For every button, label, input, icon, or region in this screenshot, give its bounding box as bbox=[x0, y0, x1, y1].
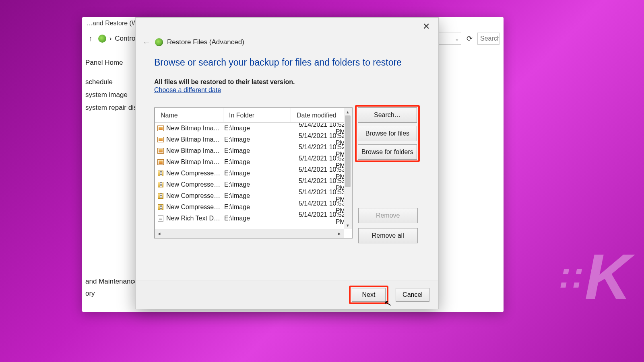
search-button[interactable]: Search… bbox=[358, 107, 417, 123]
col-name[interactable]: Name bbox=[155, 108, 223, 122]
search-placeholder: Search bbox=[480, 35, 500, 42]
dialog-title: Restore Files (Advanced) bbox=[167, 38, 244, 46]
breadcrumb-sep: › bbox=[109, 35, 111, 42]
list-header: Name In Folder Date modified bbox=[155, 108, 352, 123]
nav-up-icon[interactable]: ↑ bbox=[86, 35, 95, 43]
file-name: New Bitmap Ima… bbox=[166, 125, 223, 132]
file-type-icon bbox=[155, 148, 166, 154]
dialog-heading: Browse or search your backup for files a… bbox=[154, 57, 420, 68]
file-type-icon bbox=[155, 125, 166, 131]
file-folder: E:\Image bbox=[223, 170, 291, 177]
remove-all-button[interactable]: Remove all bbox=[358, 228, 418, 243]
file-folder: E:\Image bbox=[223, 125, 291, 132]
col-date[interactable]: Date modified bbox=[291, 108, 352, 122]
horizontal-scrollbar[interactable]: ◂ ▸ bbox=[155, 229, 344, 238]
scroll-left-icon[interactable]: ◂ bbox=[155, 230, 163, 237]
choose-date-link[interactable]: Choose a different date bbox=[154, 86, 221, 94]
dialog-titlebar: ✕ bbox=[136, 18, 438, 35]
file-date: 5/14/2021 10:52 PM bbox=[291, 211, 352, 226]
file-name: New Bitmap Ima… bbox=[166, 158, 223, 166]
version-note: All files will be restored to their late… bbox=[154, 78, 420, 86]
file-folder: E:\Image bbox=[223, 136, 291, 143]
file-folder: E:\Image bbox=[223, 215, 291, 222]
file-type-icon bbox=[155, 137, 166, 142]
file-folder: E:\Image bbox=[223, 158, 291, 166]
browse-files-button[interactable]: Browse for files bbox=[358, 126, 417, 141]
list-item[interactable]: New Rich Text D…E:\Image5/14/2021 10:52 … bbox=[155, 213, 352, 224]
next-button-highlight: Next bbox=[349, 286, 388, 304]
scroll-up-icon[interactable]: ▴ bbox=[344, 108, 352, 115]
file-name: New Bitmap Ima… bbox=[166, 136, 223, 143]
scroll-down-icon[interactable]: ▾ bbox=[344, 222, 352, 229]
search-box[interactable]: Search bbox=[477, 33, 500, 45]
file-type-icon bbox=[155, 193, 166, 199]
sidebar-item[interactable]: ory bbox=[85, 290, 138, 298]
scroll-thumb[interactable] bbox=[345, 115, 351, 187]
file-name: New Compresse… bbox=[166, 170, 223, 177]
file-name: New Rich Text D… bbox=[166, 215, 223, 222]
file-folder: E:\Image bbox=[223, 204, 291, 211]
sidebar-item[interactable]: schedule bbox=[85, 78, 135, 86]
file-name: New Compresse… bbox=[166, 192, 223, 200]
file-type-icon bbox=[155, 182, 166, 187]
dialog-footer: Next Cancel bbox=[136, 280, 438, 309]
file-folder: E:\Image bbox=[223, 181, 291, 188]
refresh-icon[interactable]: ⟳ bbox=[464, 34, 474, 43]
close-button[interactable]: ✕ bbox=[417, 20, 435, 33]
watermark-logo: ::K bbox=[559, 240, 628, 314]
cancel-button[interactable]: Cancel bbox=[396, 288, 429, 302]
file-name: New Compresse… bbox=[166, 204, 223, 211]
vertical-scrollbar[interactable]: ▴ ▾ bbox=[344, 108, 352, 229]
sidebar-item[interactable]: system image bbox=[85, 91, 135, 99]
browse-button-group-highlight: Search… Browse for files Browse for fold… bbox=[355, 105, 420, 162]
file-name: New Bitmap Ima… bbox=[166, 147, 223, 154]
col-folder[interactable]: In Folder bbox=[223, 108, 291, 122]
sidebar-item[interactable]: and Maintenance bbox=[85, 278, 138, 286]
file-type-icon bbox=[155, 159, 166, 165]
sidebar-home[interactable]: Panel Home bbox=[85, 59, 135, 67]
file-type-icon bbox=[155, 215, 166, 222]
file-name: New Compresse… bbox=[166, 181, 223, 188]
restore-files-dialog: ✕ ← Restore Files (Advanced) Browse or s… bbox=[135, 17, 439, 309]
restore-icon bbox=[155, 38, 163, 46]
dialog-header: ← Restore Files (Advanced) bbox=[136, 35, 438, 52]
recycle-icon bbox=[98, 35, 106, 43]
back-icon[interactable]: ← bbox=[142, 38, 151, 47]
file-list[interactable]: Name In Folder Date modified New Bitmap … bbox=[154, 107, 353, 239]
remove-button[interactable]: Remove bbox=[358, 208, 418, 223]
file-folder: E:\Image bbox=[223, 147, 291, 154]
sidebar-item[interactable]: system repair disc bbox=[85, 104, 135, 112]
scroll-right-icon[interactable]: ▸ bbox=[336, 230, 344, 237]
next-button[interactable]: Next bbox=[352, 288, 386, 302]
file-type-icon bbox=[155, 171, 166, 176]
browse-folders-button[interactable]: Browse for folders bbox=[358, 144, 417, 160]
file-type-icon bbox=[155, 204, 166, 210]
bg-sidebar: Panel Home schedule system image system … bbox=[82, 56, 138, 120]
chevron-down-icon[interactable]: ⌄ bbox=[455, 36, 459, 42]
file-folder: E:\Image bbox=[223, 192, 291, 200]
